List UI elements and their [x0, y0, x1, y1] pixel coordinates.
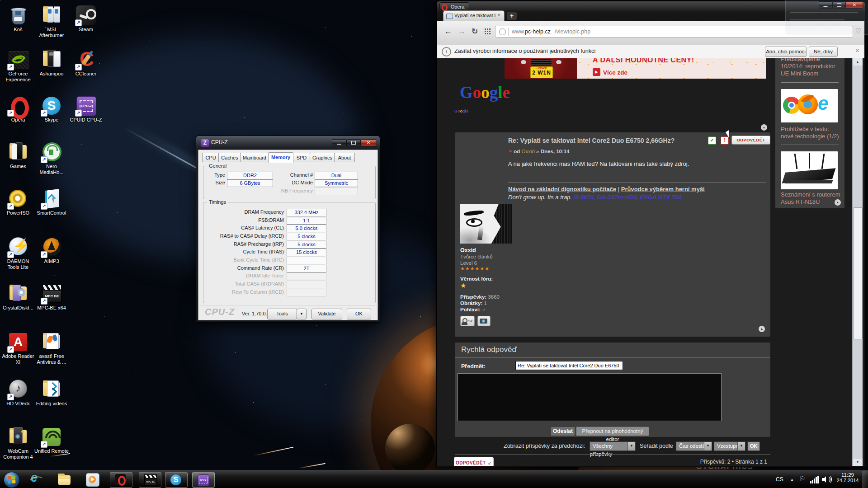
tab-about[interactable]: About [334, 153, 355, 162]
desktop-icon-geforce-experience[interactable]: ↗ GeForce Experience [1, 50, 35, 83]
sidebar-top-icon[interactable]: ▲ [835, 199, 841, 206]
mark-read-icon[interactable]: ✓ [708, 136, 716, 145]
post-title[interactable]: Re: Vyplatí se taktovat Intel Core2 Duo … [508, 137, 675, 144]
desktop-icon-editing-videos[interactable]: Editing videos [34, 380, 69, 407]
notification-yes-button[interactable]: Ano, chci pomoci [765, 47, 807, 57]
tab-close-icon[interactable]: ✕ [497, 13, 501, 17]
signature-link[interactable]: Návod na základní dignostiku počítače [508, 186, 616, 192]
send-button[interactable]: Odeslat [551, 427, 575, 436]
desktop-icon-adobe-reader[interactable]: A ↗ Adobe Reader XI [1, 332, 35, 365]
desktop-icon-cpuz[interactable]: CPU-Z ↗ CPUID CPU-Z [69, 96, 103, 123]
taskbar-mpc-running[interactable]: MPC BE [139, 472, 161, 488]
desktop-icon-msi-afterburner[interactable]: MSI Afterburner [34, 5, 69, 38]
tab-memory[interactable]: Memory [268, 152, 293, 163]
taskbar-wmp-button[interactable] [86, 473, 99, 487]
sidebar-article-title[interactable]: Seznámení s routerem Asus RT-N18U [781, 191, 840, 206]
cpuz-titlebar[interactable]: Z CPU-Z ✕ [196, 136, 380, 150]
show-posts-select[interactable]: Všechny příspěvky▼ [590, 441, 636, 451]
desktop-icon-nero-mediahome[interactable]: ↗ Nero MediaHo... [34, 142, 69, 175]
show-hidden-icons[interactable]: ▲ [790, 478, 794, 482]
sidebar-article-title[interactable]: Prohlížeče v testu: nové technologie (1/… [781, 126, 840, 140]
network-icon[interactable] [810, 475, 819, 483]
browsers-article-image[interactable]: e [781, 89, 838, 122]
action-center-flag-icon[interactable]: ⚐ [799, 474, 805, 483]
back-icon[interactable]: ← [444, 27, 452, 36]
scroll-thumb[interactable] [853, 207, 863, 339]
minimize-button[interactable] [332, 139, 346, 146]
desktop-icon-mpcbe[interactable]: MPC BE ↗ MPC-BE x64 [34, 284, 69, 311]
message-textarea[interactable] [458, 373, 722, 421]
taskbar-opera-running[interactable] [110, 472, 132, 488]
google-logo[interactable]: Google [460, 83, 510, 102]
desktop-icon-unified-remote[interactable]: ↗ Unified Remote [34, 427, 69, 454]
tools-dropdown-button[interactable]: ▼ [297, 309, 307, 319]
user-name[interactable]: Oxxid [460, 247, 476, 253]
language-indicator[interactable]: CS [776, 476, 783, 483]
show-desktop-button[interactable] [863, 471, 868, 488]
desktop-icon-ccleaner[interactable]: C ↗ CCleaner [69, 50, 103, 77]
close-button[interactable]: ✕ [361, 139, 376, 146]
desktop-icon-aimp3[interactable]: ↗ AIMP3 [34, 237, 69, 264]
ok-button[interactable]: OK [347, 309, 371, 319]
banner-ad[interactable]: LICENCE 2 W1N A DALŠÍ HODNOTNÉ CENY! ▶ V… [505, 58, 766, 79]
tab-caches[interactable]: Caches [218, 153, 241, 162]
router-article-image[interactable] [781, 151, 838, 189]
notification-close-icon[interactable]: ✕ [855, 48, 859, 54]
desktop-icon-daemon-tools[interactable]: ⚡ ↗ DAEMON Tools Lite [1, 237, 35, 270]
scroll-top-icon[interactable]: ▲ [761, 124, 767, 131]
tab-spd[interactable]: SPD [292, 153, 311, 162]
meta-author-link[interactable]: Oxxid [521, 149, 534, 154]
desktop-icon-crystaldiskinfo[interactable]: CrystalDiskI... [1, 284, 35, 311]
new-tab-button[interactable]: + [507, 12, 517, 20]
scroll-down-button[interactable]: ▼ [853, 459, 863, 466]
desktop-icon-opera[interactable]: ↗ Opera [1, 96, 35, 123]
scrollbar[interactable]: ▲ ▼ [852, 58, 863, 466]
gallery-button[interactable] [477, 316, 491, 326]
browser-tab[interactable]: Vyplatí se taktovat Intel Co ✕ [443, 10, 505, 21]
tools-button[interactable]: Tools [267, 309, 297, 319]
volume-icon[interactable] [822, 475, 831, 483]
footer-reply-button[interactable]: ODPOVĚDĚT ↙ [454, 457, 494, 466]
notification-no-button[interactable]: Ne, díky [809, 47, 838, 57]
signature-line2: Don't grow up. Its a trap. i5-4670, GA-Z… [508, 194, 682, 201]
validate-button[interactable]: Validate [311, 309, 342, 319]
desktop-icon-games[interactable]: Games [1, 142, 35, 169]
forward-icon[interactable]: → [458, 27, 466, 36]
tab-mainboard[interactable]: Mainboard [240, 153, 269, 162]
direction-select[interactable]: Vzestupně▼ [714, 441, 745, 451]
scroll-up-button[interactable]: ▲ [853, 58, 863, 66]
controls-ok-button[interactable]: OK [747, 441, 760, 451]
reload-icon[interactable]: ↻ [472, 27, 478, 36]
taskbar-explorer-button[interactable] [57, 474, 71, 485]
taskbar-cpuz-running[interactable]: CPU-Z [192, 472, 215, 488]
taskbar-skype-running[interactable]: S [165, 472, 188, 488]
sort-select[interactable]: Čas odeslání▼ [676, 441, 712, 451]
avatar[interactable] [460, 204, 512, 244]
private-message-button[interactable]: sz [460, 316, 475, 326]
images-value[interactable]: 1 [484, 300, 486, 306]
tab-cpu[interactable]: CPU [202, 153, 219, 162]
sidebar-article-title[interactable]: Představujeme 10/2014: reproduktor UE Mi… [781, 58, 840, 77]
subject-input[interactable] [515, 361, 623, 370]
post-top-icon[interactable]: ▲ [759, 326, 765, 332]
switch-editor-button[interactable]: Přepnout na plnohodnotný editor [576, 427, 649, 436]
desktop-icon-steam[interactable]: ↗ Steam [69, 5, 103, 33]
clock[interactable]: 11:29 24.7.2014 [835, 472, 861, 487]
taskbar-ie-button[interactable]: e [29, 472, 44, 487]
desktop-icon-webcam-companion[interactable]: ★ WebCam Companion 4 [1, 427, 35, 460]
report-icon[interactable]: ! [721, 136, 729, 145]
desktop-icon-ashampoo[interactable]: Ashampoo [34, 50, 69, 77]
desktop-icon-hdvdeck[interactable]: ♪ ↗ HD VDeck [1, 380, 35, 407]
maximize-button[interactable] [346, 139, 361, 146]
tab-graphics[interactable]: Graphics [310, 153, 335, 162]
post-reply-button[interactable]: ODPOVĚDĚT [731, 136, 770, 145]
desktop-icon-smartcontrol[interactable]: ↗ SmartControl [34, 189, 69, 216]
desktop-icon-avast[interactable]: avast! Free Antivirus & ... [34, 332, 69, 365]
speed-dial-icon[interactable] [484, 28, 491, 34]
desktop-icon-recycle-bin[interactable]: Koš [1, 5, 35, 33]
desktop-icon-skype[interactable]: S ↗ Skype [34, 96, 69, 123]
desktop-icon-poweriso[interactable]: ↗ PowerISO [1, 189, 35, 216]
start-button[interactable] [4, 472, 20, 488]
opera-menu-button[interactable]: Opera [439, 2, 469, 11]
signature-link[interactable]: Průvodce výběrem herní myši [621, 186, 705, 192]
